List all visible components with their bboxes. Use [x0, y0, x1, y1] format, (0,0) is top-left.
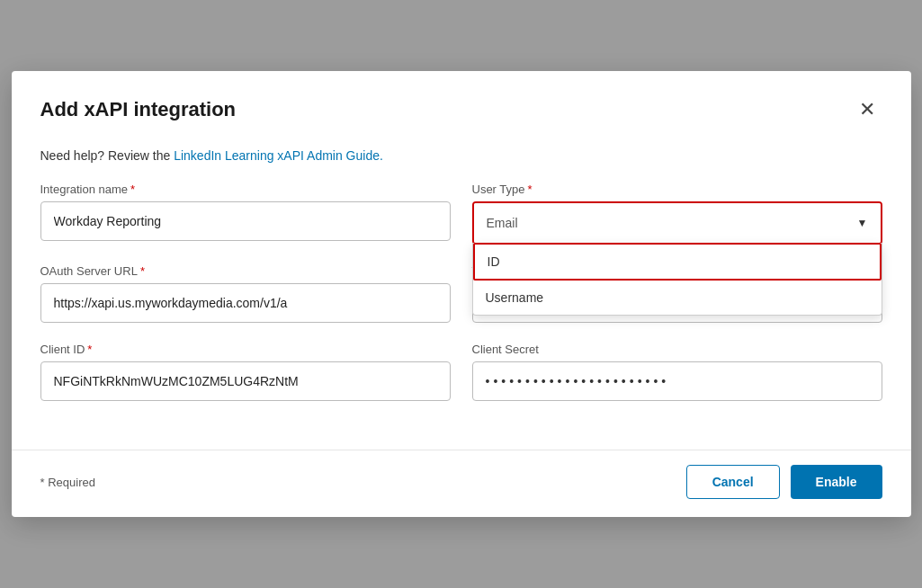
modal-overlay: Add xAPI integration ✕ Need help? Review… — [0, 0, 922, 588]
client-id-group: Client ID* — [40, 343, 451, 401]
required-note: * Required — [40, 476, 95, 489]
required-star-oauth: * — [140, 264, 145, 278]
client-secret-input[interactable] — [472, 361, 882, 401]
user-type-label: User Type* — [472, 183, 882, 196]
modal-body: Need help? Review the LinkedIn Learning … — [12, 139, 911, 442]
chevron-down-icon: ▼ — [857, 217, 868, 229]
oauth-url-group: OAuth Server URL* — [40, 264, 451, 323]
required-star-integration: * — [130, 183, 135, 196]
modal-title: Add xAPI integration — [40, 98, 237, 121]
modal-footer: * Required Cancel Enable — [12, 450, 911, 517]
form-row-1: Integration name* User Type* Email ▼ — [40, 183, 882, 245]
integration-name-group: Integration name* — [40, 183, 451, 245]
dropdown-item-username[interactable]: Username — [473, 281, 882, 315]
modal-header: Add xAPI integration ✕ — [12, 71, 911, 139]
user-type-select-wrapper: Email ▼ ID Username — [472, 201, 882, 245]
integration-name-label: Integration name* — [40, 183, 451, 196]
user-type-dropdown: ID Username — [472, 243, 882, 316]
client-secret-group: Client Secret — [472, 343, 882, 401]
close-button[interactable]: ✕ — [852, 96, 882, 123]
client-id-label: Client ID* — [40, 343, 451, 356]
client-secret-label: Client Secret — [472, 343, 882, 356]
modal-dialog: Add xAPI integration ✕ Need help? Review… — [12, 71, 911, 517]
required-star-usertype: * — [528, 183, 533, 196]
dropdown-item-id[interactable]: ID — [473, 243, 882, 281]
oauth-url-label: OAuth Server URL* — [40, 264, 451, 278]
enable-button[interactable]: Enable — [791, 465, 882, 499]
cancel-button[interactable]: Cancel — [686, 465, 780, 499]
form-row-3: Client ID* Client Secret — [40, 343, 882, 401]
footer-buttons: Cancel Enable — [686, 465, 882, 499]
user-type-select[interactable]: Email ▼ — [474, 203, 881, 243]
help-link[interactable]: LinkedIn Learning xAPI Admin Guide. — [174, 148, 383, 163]
oauth-url-input[interactable] — [40, 283, 451, 323]
required-star-clientid: * — [87, 343, 92, 356]
user-type-value: Email — [487, 216, 518, 230]
user-type-group: User Type* Email ▼ ID Username — [472, 183, 882, 245]
integration-name-input[interactable] — [40, 201, 451, 241]
client-id-input[interactable] — [40, 361, 451, 401]
help-text: Need help? Review the LinkedIn Learning … — [40, 148, 882, 163]
